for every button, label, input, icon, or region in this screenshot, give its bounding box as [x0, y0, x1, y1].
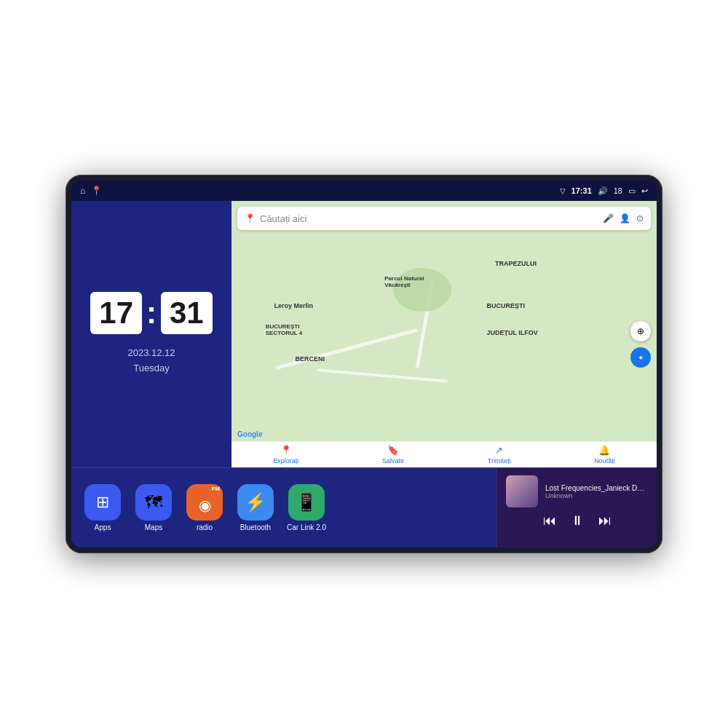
- map-nav-explore[interactable]: 📍 Explorați: [273, 445, 298, 464]
- apps-icon: ⊞: [84, 484, 121, 521]
- clock-display: 17 : 31: [90, 292, 212, 334]
- map-nav-saved[interactable]: 🔖 Salvate: [382, 445, 404, 464]
- top-section: 17 : 31 2023.12.12 Tuesday: [71, 201, 657, 467]
- volume-icon: 🔊: [598, 186, 608, 196]
- google-logo: Google: [237, 430, 262, 438]
- apps-label: Apps: [95, 523, 111, 531]
- clock-colon: :: [146, 296, 157, 331]
- mic-icon[interactable]: 🎤: [603, 213, 614, 223]
- bluetooth-icon-bg: ⚡: [237, 484, 274, 521]
- map-search-placeholder: Căutați aici: [260, 213, 306, 224]
- map-search-bar[interactable]: 📍 Căutați aici 🎤 👤 ⊙: [237, 207, 651, 230]
- explore-icon: 📍: [280, 445, 292, 456]
- map-bottom-nav: 📍 Explorați 🔖 Salvate ↗ Trimiteți 🔔: [232, 441, 657, 467]
- share-label: Trimiteți: [488, 457, 511, 464]
- music-controls: ⏮ ⏸ ⏭: [506, 513, 648, 529]
- map-district-label: BERCENI: [296, 355, 325, 363]
- map-zoom-button[interactable]: ⊕: [630, 321, 651, 341]
- map-road: [317, 368, 448, 383]
- music-player: Lost Frequencies_Janieck Devy-... Unknow…: [496, 468, 657, 547]
- maps-label: Maps: [145, 523, 162, 531]
- carlink-icon-bg: 📱: [288, 484, 325, 521]
- map-search-actions: 🎤 👤 ⊙: [603, 213, 644, 223]
- saved-label: Salvate: [382, 457, 404, 464]
- map-county-label: JUDEȚUL ILFOV: [486, 329, 537, 336]
- status-left: ⌂ 📍: [80, 186, 102, 196]
- music-info-area: Lost Frequencies_Janieck Devy-... Unknow…: [506, 475, 648, 507]
- carlink-label: Car Link 2.0: [287, 523, 326, 531]
- map-nav-share[interactable]: ↗ Trimiteți: [488, 445, 511, 464]
- screen: ⌂ 📍 ▽ 17:31 🔊 18 ▭ ↩ 17 :: [71, 181, 657, 547]
- map-nav-button[interactable]: ✦: [630, 347, 651, 368]
- map-background: BUCUREȘTI TRAPEZULUI JUDEȚUL ILFOV BERCE…: [232, 201, 657, 467]
- app-item-maps[interactable]: 🗺 Maps: [131, 484, 176, 531]
- battery-icon: ▭: [628, 186, 636, 196]
- home-icon[interactable]: ⌂: [80, 186, 85, 196]
- clock-minute: 31: [161, 292, 213, 334]
- map-park: [393, 268, 451, 312]
- clock-date: 2023.12.12 Tuesday: [127, 346, 175, 376]
- music-artist: Unknown: [545, 492, 648, 499]
- clock-hour: 17: [90, 292, 142, 334]
- explore-label: Explorați: [273, 457, 298, 464]
- layers-icon[interactable]: ⊙: [636, 213, 644, 223]
- status-right: ▽ 17:31 🔊 18 ▭ ↩: [560, 186, 648, 196]
- avatar-icon[interactable]: 👤: [620, 213, 630, 223]
- next-button[interactable]: ⏭: [598, 513, 612, 529]
- map-panel[interactable]: BUCUREȘTI TRAPEZULUI JUDEȚUL ILFOV BERCE…: [232, 201, 657, 467]
- volume-level: 18: [614, 186, 622, 195]
- map-park-label: Parcul NaturalVăcărești: [384, 275, 424, 288]
- map-store-label: Leroy Merlin: [274, 302, 313, 309]
- bluetooth-label: Bluetooth: [240, 523, 271, 531]
- prev-button[interactable]: ⏮: [543, 513, 556, 529]
- map-city-label: BUCUREȘTI: [486, 302, 525, 309]
- app-item-radio[interactable]: FM ◉ radio: [182, 484, 227, 531]
- map-sector-label: BUCUREȘTISECTORUL 4: [266, 323, 302, 336]
- app-shortcuts: ⊞ Apps 🗺 Maps FM ◉: [71, 468, 496, 547]
- app-item-apps[interactable]: ⊞ Apps: [80, 484, 125, 531]
- saved-icon: 🔖: [387, 445, 399, 456]
- map-nav-news[interactable]: 🔔 Noutăți: [594, 445, 615, 464]
- status-bar: ⌂ 📍 ▽ 17:31 🔊 18 ▭ ↩: [71, 181, 657, 201]
- music-thumbnail: [506, 475, 538, 507]
- radio-label: radio: [197, 523, 213, 531]
- play-pause-button[interactable]: ⏸: [571, 513, 584, 529]
- share-icon: ↗: [495, 445, 503, 456]
- app-item-carlink[interactable]: 📱 Car Link 2.0: [284, 484, 329, 531]
- map-area-label: TRAPEZULUI: [495, 260, 537, 267]
- music-meta: Lost Frequencies_Janieck Devy-... Unknow…: [545, 484, 648, 499]
- bottom-section: ⊞ Apps 🗺 Maps FM ◉: [71, 467, 657, 547]
- car-head-unit: ⌂ 📍 ▽ 17:31 🔊 18 ▭ ↩ 17 :: [66, 175, 662, 553]
- news-label: Noutăți: [594, 457, 615, 464]
- music-title: Lost Frequencies_Janieck Devy-...: [545, 484, 648, 492]
- maps-icon-bg: 🗺: [135, 484, 172, 521]
- time-display: 17:31: [571, 186, 592, 195]
- app-item-bluetooth[interactable]: ⚡ Bluetooth: [233, 484, 278, 531]
- map-pin-icon[interactable]: 📍: [91, 186, 102, 196]
- back-icon[interactable]: ↩: [641, 186, 648, 196]
- map-pin-search-icon: 📍: [245, 213, 256, 223]
- main-content: 17 : 31 2023.12.12 Tuesday: [71, 201, 657, 547]
- signal-icon: ▽: [560, 187, 566, 195]
- news-icon: 🔔: [598, 445, 610, 456]
- radio-icon-bg: FM ◉: [186, 484, 223, 521]
- clock-panel: 17 : 31 2023.12.12 Tuesday: [71, 201, 232, 467]
